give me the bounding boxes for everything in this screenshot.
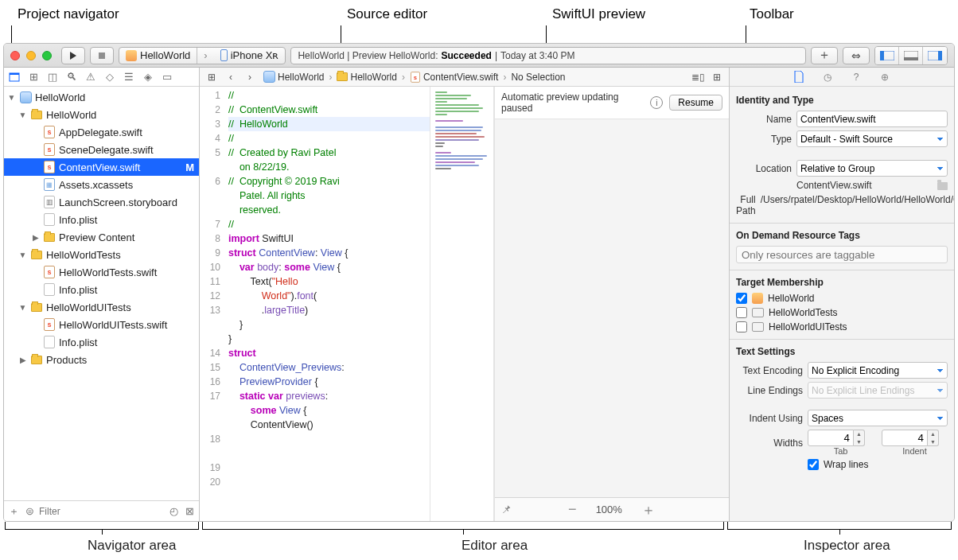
source-control-tab[interactable]: ⊞ xyxy=(26,70,41,84)
scheme-selector[interactable]: HelloWorld › iPhone Xʀ xyxy=(119,47,286,64)
swift-file-icon xyxy=(44,266,55,278)
forward-button[interactable]: › xyxy=(241,69,259,85)
toggle-inspector-button[interactable] xyxy=(923,47,947,64)
toggle-debug-button[interactable] xyxy=(899,47,923,64)
preview-canvas[interactable] xyxy=(495,119,729,497)
jump-bar[interactable]: ⊞ ‹ › HelloWorld› HelloWorld› ContentVie… xyxy=(200,68,729,87)
ann-editor-area: Editor area xyxy=(461,538,528,554)
storyboard-icon: ▥ xyxy=(44,196,55,208)
tree-item-selected[interactable]: ContentView.swiftM xyxy=(4,158,199,176)
tree-group[interactable]: ▶Products xyxy=(4,351,199,368)
scheme-app: HelloWorld xyxy=(140,49,190,61)
scheme-device: iPhone Xʀ xyxy=(231,49,279,61)
activity-time: Today at 3:40 PM xyxy=(500,50,574,61)
tree-item[interactable]: ▶Preview Content xyxy=(4,228,199,246)
adjust-editor-icon[interactable]: ⊞ xyxy=(708,69,726,85)
debug-navigator-tab[interactable]: ☰ xyxy=(122,70,136,84)
bundle-target-icon xyxy=(752,308,764,317)
line-endings-select: No Explicit Line Endings xyxy=(808,382,948,399)
issue-navigator-tab[interactable]: ⚠︎ xyxy=(84,70,98,84)
source-editor[interactable]: 12345 6 78910111213 14151617 18 1920 ///… xyxy=(200,87,430,521)
file-name-field[interactable] xyxy=(796,111,948,127)
resume-button[interactable]: Resume xyxy=(669,95,722,111)
code-review-button[interactable]: ⇔ xyxy=(843,47,870,64)
indent-width-field[interactable] xyxy=(882,430,928,446)
folder-icon xyxy=(31,303,42,312)
minimize-window-icon[interactable] xyxy=(26,51,36,60)
swift-file-icon xyxy=(44,318,55,331)
tree-group[interactable]: ▼HelloWorld xyxy=(4,106,199,123)
target-row[interactable]: HelloWorldUITests xyxy=(736,321,948,332)
indent-using-select[interactable]: Spaces xyxy=(808,410,948,426)
swiftui-preview: Automatic preview updating paused i Resu… xyxy=(494,87,729,521)
project-navigator-tab[interactable] xyxy=(7,70,21,84)
zoom-level: 100% xyxy=(596,504,622,515)
tree-item[interactable]: SceneDelegate.swift xyxy=(4,141,199,158)
wrap-lines-checkbox[interactable] xyxy=(808,459,819,470)
report-navigator-tab[interactable]: ▭ xyxy=(160,70,174,84)
project-tree[interactable]: ▼HelloWorld▼HelloWorldAppDelegate.swiftS… xyxy=(4,87,199,500)
close-window-icon[interactable] xyxy=(10,51,20,60)
toggle-navigator-button[interactable] xyxy=(875,47,899,64)
scm-filter-icon[interactable]: ⊠ xyxy=(183,505,196,517)
find-navigator-tab[interactable]: 🔍︎ xyxy=(64,70,79,84)
clock-icon[interactable]: ◴ xyxy=(167,505,180,517)
file-type-select[interactable]: Default - Swift Source xyxy=(796,130,948,147)
navigator-filter-bar: ＋ ⊜ ◴ ⊠ xyxy=(4,500,199,521)
tree-item[interactable]: ▥LaunchScreen.storyboard xyxy=(4,193,199,211)
test-navigator-tab[interactable]: ◇ xyxy=(103,70,117,84)
tree-group[interactable]: ▼HelloWorldUITests xyxy=(4,298,199,316)
zoom-window-icon[interactable] xyxy=(42,51,52,60)
tree-item[interactable]: Info.plist xyxy=(4,333,199,351)
swift-file-icon xyxy=(44,161,55,173)
ann-preview: SwiftUI preview xyxy=(552,6,645,22)
code-content[interactable]: //// ContentView.swift// HelloWorld//// … xyxy=(225,87,430,521)
related-items-icon[interactable]: ⊞ xyxy=(203,69,220,85)
breakpoint-navigator-tab[interactable]: ◈ xyxy=(141,70,155,84)
history-inspector-tab[interactable]: ◷ xyxy=(820,72,835,83)
plist-icon xyxy=(44,283,55,296)
window-traffic-lights[interactable] xyxy=(10,51,52,60)
file-inspector-tab[interactable] xyxy=(792,71,806,83)
tree-group[interactable]: ▼HelloWorldTests xyxy=(4,246,199,263)
tab-width-field[interactable] xyxy=(808,430,854,446)
pin-icon[interactable]: 📌︎ xyxy=(501,504,512,515)
add-icon[interactable]: ＋ xyxy=(7,504,20,519)
svg-rect-0 xyxy=(99,52,105,59)
target-row[interactable]: HelloWorldTests xyxy=(736,307,948,318)
tree-project-root[interactable]: ▼HelloWorld xyxy=(4,88,199,106)
folder-icon xyxy=(31,251,42,259)
tree-item[interactable]: ▦Assets.xcassets xyxy=(4,176,199,193)
choose-folder-icon[interactable] xyxy=(937,182,948,190)
editor-area: ⊞ ‹ › HelloWorld› HelloWorld› ContentVie… xyxy=(200,68,730,521)
zoom-in-button[interactable]: ＋ xyxy=(641,500,656,519)
tree-item[interactable]: AppDelegate.swift xyxy=(4,123,199,141)
minimap[interactable] xyxy=(430,87,494,521)
editor-options-icon[interactable]: ≣▯ xyxy=(689,69,707,85)
navigator-filter-input[interactable] xyxy=(39,506,164,517)
run-button[interactable] xyxy=(61,47,85,64)
location-select[interactable]: Relative to Group xyxy=(796,160,948,177)
symbol-navigator-tab[interactable]: ◫ xyxy=(45,70,60,84)
svg-rect-4 xyxy=(904,57,918,60)
text-encoding-select[interactable]: No Explicit Encoding xyxy=(808,362,948,379)
tree-item[interactable]: HelloWorldTests.swift xyxy=(4,263,199,281)
zoom-out-button[interactable]: − xyxy=(568,501,577,518)
library-button[interactable]: ＋ xyxy=(811,47,838,64)
target-checkbox[interactable] xyxy=(736,307,747,318)
tree-item[interactable]: Info.plist xyxy=(4,211,199,228)
back-button[interactable]: ‹ xyxy=(222,69,240,85)
ann-nav-area: Navigator area xyxy=(88,538,177,554)
target-checkbox[interactable] xyxy=(736,293,747,304)
inspector-tabs: ◷ ? ⊕ xyxy=(730,68,954,87)
target-checkbox[interactable] xyxy=(736,321,747,332)
activity-viewer: HelloWorld | Preview HelloWorld: Succeed… xyxy=(290,47,806,64)
svg-rect-2 xyxy=(880,51,884,60)
help-inspector-tab[interactable]: ? xyxy=(849,72,863,83)
info-icon[interactable]: i xyxy=(650,96,663,109)
stop-button[interactable] xyxy=(90,47,114,64)
tree-item[interactable]: HelloWorldUITests.swift xyxy=(4,316,199,333)
target-row[interactable]: HelloWorld xyxy=(736,293,948,304)
attributes-inspector-tab[interactable]: ⊕ xyxy=(878,72,892,83)
tree-item[interactable]: Info.plist xyxy=(4,281,199,298)
